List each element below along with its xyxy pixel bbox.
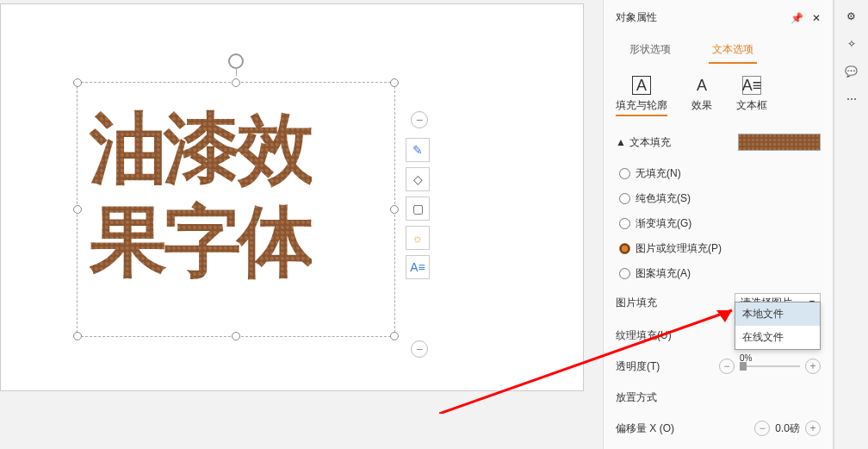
sparkle-icon[interactable]: ✧ (847, 38, 856, 50)
increase-button[interactable]: + (805, 359, 821, 374)
label-picture-fill: 图片填充 (616, 296, 657, 310)
label-placement: 放置方式 (616, 390, 657, 405)
radio-picture-fill[interactable]: 图片或纹理填充(P) (619, 236, 817, 261)
resize-handle[interactable] (390, 205, 399, 214)
label-texture-fill: 纹理填充(U) (616, 328, 672, 343)
fill-icon[interactable]: ◇ (406, 167, 430, 191)
resize-handle[interactable] (232, 78, 240, 87)
radio-pattern-fill[interactable]: 图案填充(A) (619, 261, 817, 286)
label-opacity: 透明度(T) (616, 359, 660, 374)
subtab-effects[interactable]: A效果 (691, 76, 712, 116)
radio-gradient-fill[interactable]: 渐变填充(G) (619, 211, 817, 236)
settings-icon[interactable]: ⚙ (846, 10, 856, 22)
section-text-fill[interactable]: ▲文本填充 (616, 130, 821, 154)
floating-toolbar: ✎ ◇ ▢ ☼ A≡ (406, 138, 430, 284)
chat-icon[interactable]: 💬 (845, 65, 858, 78)
increase-button[interactable]: + (805, 421, 821, 436)
decrease-button[interactable]: − (719, 359, 735, 374)
resize-handle[interactable] (390, 78, 399, 87)
collapse-button[interactable]: − (411, 111, 428, 128)
radio-no-fill[interactable]: 无填充(N) (619, 161, 817, 186)
text-format-icon[interactable]: A≡ (406, 255, 430, 279)
radio-solid-fill[interactable]: 纯色填充(S) (619, 186, 817, 211)
picture-source-dropdown: 本地文件 在线文件 (735, 302, 821, 350)
properties-panel: 对象属性 📌 ✕ 形状选项 文本选项 A填充与轮廓 A效果 A≡文本框 ▲文本填… (603, 0, 834, 449)
decrease-button[interactable]: − (754, 421, 770, 436)
resize-handle[interactable] (73, 205, 82, 214)
canvas-area[interactable]: 油漆效 果字体 − − ✎ ◇ ▢ ☼ A≡ (0, 3, 584, 391)
resize-handle[interactable] (73, 332, 82, 340)
tab-text-options[interactable]: 文本选项 (709, 37, 757, 64)
right-sidebar: ⚙ ✧ 💬 ⋯ (834, 0, 868, 449)
text-selection-box[interactable]: 油漆效 果字体 (77, 82, 395, 337)
resize-handle[interactable] (390, 332, 399, 340)
outline-icon[interactable]: ▢ (406, 196, 430, 221)
pin-icon[interactable]: 📌 (790, 12, 803, 24)
resize-handle[interactable] (232, 332, 240, 340)
canvas-text[interactable]: 油漆效 果字体 (90, 102, 312, 288)
more-icon[interactable]: ⋯ (846, 93, 857, 105)
label-offset-x: 偏移量 X (O) (616, 421, 674, 436)
opacity-slider[interactable]: 0% (740, 365, 800, 367)
dropdown-item-online[interactable]: 在线文件 (735, 326, 820, 349)
pen-icon[interactable]: ✎ (406, 138, 430, 162)
fill-preview-swatch[interactable] (738, 134, 821, 151)
subtab-fill-outline[interactable]: A填充与轮廓 (616, 76, 667, 116)
rotate-handle[interactable] (228, 53, 244, 69)
close-icon[interactable]: ✕ (812, 12, 821, 24)
subtab-textbox[interactable]: A≡文本框 (736, 76, 767, 116)
tab-shape-options[interactable]: 形状选项 (626, 37, 674, 64)
offset-x-value: 0.0磅 (775, 421, 800, 436)
collapse-button[interactable]: − (411, 340, 428, 358)
idea-icon[interactable]: ☼ (406, 226, 430, 250)
resize-handle[interactable] (73, 78, 82, 87)
panel-title: 对象属性 (616, 10, 657, 25)
dropdown-item-local[interactable]: 本地文件 (735, 302, 820, 326)
